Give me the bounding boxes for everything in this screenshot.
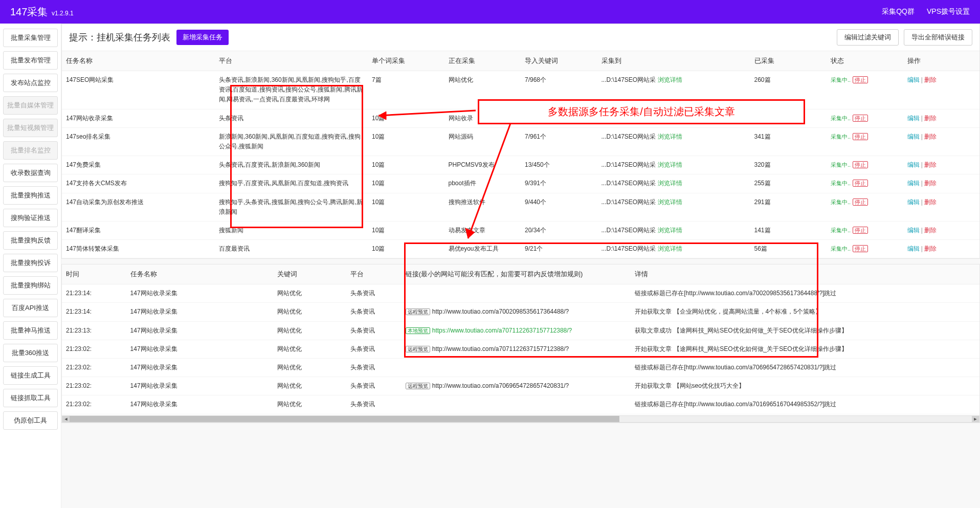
delete-link[interactable]: 删除 [924, 227, 937, 234]
stop-button[interactable]: 停止 [853, 133, 868, 140]
sidebar-item-14[interactable]: 批量360推送 [3, 344, 58, 362]
log-row[interactable]: 21:23:02:147网站收录采集网站优化头条资讯链接或标题已存在[http:… [62, 359, 979, 377]
cell-dest: ...D:\147SEO网站采 浏览详情 [597, 156, 750, 174]
detail-link[interactable]: 浏览详情 [656, 133, 682, 140]
edit-link[interactable]: 编辑 [907, 198, 920, 206]
log-row[interactable]: 21:23:14:147网站收录采集网站优化头条资讯链接或标题已存在[http:… [62, 284, 979, 303]
table-row[interactable]: 147自动采集为原创发布推送搜狗知乎,头条资讯,搜狐新闻,搜狗公众号,腾讯新闻,… [62, 193, 979, 221]
cell-per-word: 10篇 [368, 221, 444, 239]
table-row[interactable]: 147免费采集头条资讯,百度资讯,新浪新闻,360新闻10篇PHPCMSV9发布… [62, 156, 979, 174]
filter-keywords-button[interactable]: 编辑过滤关键词 [837, 29, 899, 46]
detail-link[interactable]: 浏览详情 [656, 161, 682, 168]
sidebar-item-1[interactable]: 批量发布管理 [3, 51, 58, 70]
log-row[interactable]: 21:23:02:147网站收录采集网站优化头条资讯链接或标题已存在[http:… [62, 395, 979, 414]
separator: | [920, 198, 925, 206]
cell-platform: 搜狐新闻 [215, 221, 368, 239]
export-errors-button[interactable]: 导出全部错误链接 [904, 29, 972, 46]
cell-task: 147网站收录采集 [126, 377, 273, 395]
sidebar-item-11[interactable]: 批量搜狗绑站 [3, 276, 58, 295]
table-row[interactable]: 147SEO网站采集头条资讯,新浪新闻,360新闻,凤凰新闻,搜狗知乎,百度资讯… [62, 71, 979, 109]
detail-link[interactable]: 浏览详情 [656, 198, 682, 206]
edit-link[interactable]: 编辑 [907, 161, 920, 168]
delete-link[interactable]: 删除 [924, 161, 937, 168]
cell-collected: 141篇 [750, 221, 827, 239]
sidebar-item-8[interactable]: 搜狗验证推送 [3, 209, 58, 227]
delete-link[interactable]: 删除 [924, 180, 937, 187]
sidebar-item-7[interactable]: 批量搜狗推送 [3, 186, 58, 205]
sidebar-item-12[interactable]: 百度API推送 [3, 299, 58, 317]
delete-link[interactable]: 删除 [924, 133, 937, 140]
sidebar-item-15[interactable]: 链接生成工具 [3, 366, 58, 385]
stop-button[interactable]: 停止 [853, 76, 868, 83]
detail-link[interactable]: 浏览详情 [656, 76, 682, 83]
detail-link[interactable]: 浏览详情 [656, 180, 682, 187]
cell-platform: 头条资讯 [346, 340, 402, 358]
scroll-right-arrow[interactable]: ► [972, 416, 979, 422]
sidebar-item-2[interactable]: 发布站点监控 [3, 74, 58, 92]
local-preview-button[interactable]: 本地预览 [406, 327, 430, 334]
cell-platform: 头条资讯 [346, 359, 402, 377]
stop-button[interactable]: 停止 [853, 227, 868, 234]
log-row[interactable]: 21:23:13:147网站收录采集网站优化头条资讯本地预览https://ww… [62, 321, 979, 340]
link-url[interactable]: http://www.toutiao.com/a7069654728657420… [432, 382, 569, 389]
edit-link[interactable]: 编辑 [907, 133, 920, 140]
sidebar-item-16[interactable]: 链接抓取工具 [3, 389, 58, 407]
detail-link[interactable]: 浏览详情 [656, 227, 682, 234]
tasks-col-header: 已采集 [750, 51, 827, 71]
edit-link[interactable]: 编辑 [907, 180, 920, 187]
delete-link[interactable]: 删除 [924, 115, 937, 122]
stop-button[interactable]: 停止 [853, 161, 868, 168]
sidebar-item-17[interactable]: 伪原创工具 [3, 411, 58, 430]
table-row[interactable]: 147翻译采集搜狐新闻10篇动易发布文章20/34个...D:\147SEO网站… [62, 221, 979, 239]
cell-link [402, 359, 631, 377]
delete-link[interactable]: 删除 [924, 245, 937, 252]
remote-preview-button[interactable]: 远程预览 [406, 308, 430, 315]
table-row[interactable]: 147支持各大CMS发布搜狗知乎,百度资讯,凤凰新闻,百度知道,搜狗资讯10篇p… [62, 174, 979, 193]
link-url[interactable]: http://www.toutiao.com/a7002098535617364… [432, 308, 569, 315]
stop-button[interactable]: 停止 [853, 198, 868, 206]
table-row[interactable]: 147seo排名采集新浪新闻,360新闻,凤凰新闻,百度知道,搜狗资讯,搜狗公众… [62, 127, 979, 156]
stop-button[interactable]: 停止 [853, 180, 868, 187]
log-row[interactable]: 21:23:02:147网站收录采集网站优化头条资讯远程预览http://www… [62, 340, 979, 358]
edit-link[interactable]: 编辑 [907, 76, 920, 83]
log-row[interactable]: 21:23:02:147网站收录采集网站优化头条资讯远程预览http://www… [62, 377, 979, 395]
cell-per-word: 10篇 [368, 109, 444, 127]
edit-link[interactable]: 编辑 [907, 245, 920, 252]
cell-time: 21:23:02: [62, 359, 126, 377]
sidebar-item-9[interactable]: 批量搜狗反馈 [3, 231, 58, 250]
sidebar-item-13[interactable]: 批量神马推送 [3, 321, 58, 340]
delete-link[interactable]: 删除 [924, 198, 937, 206]
nav-qq-group[interactable]: 采集QQ群 [882, 7, 915, 16]
separator: | [920, 180, 925, 187]
log-row[interactable]: 21:23:14:147网站收录采集网站优化头条资讯远程预览http://www… [62, 303, 979, 321]
remote-preview-button[interactable]: 远程预览 [406, 383, 430, 389]
link-url[interactable]: https://www.toutiao.com/a707112263715771… [432, 327, 572, 334]
scroll-left-arrow[interactable]: ◄ [62, 416, 70, 422]
sidebar-item-10[interactable]: 批量搜狗投诉 [3, 254, 58, 272]
edit-link[interactable]: 编辑 [907, 227, 920, 234]
stop-button[interactable]: 停止 [853, 245, 868, 252]
table-row[interactable]: 147简体转繁体采集百度最资讯10篇易优eyou发布工具9/21个...D:\1… [62, 240, 979, 258]
remote-preview-button[interactable]: 远程预览 [406, 346, 430, 352]
scroll-thumb[interactable] [70, 416, 619, 422]
cell-platform: 搜狗知乎,头条资讯,搜狐新闻,搜狗公众号,腾讯新闻,新浪新闻 [215, 193, 368, 221]
link-url[interactable]: http://www.toutiao.com/a7071122637157712… [432, 345, 569, 352]
sidebar-item-0[interactable]: 批量采集管理 [3, 29, 58, 47]
stop-button[interactable]: 停止 [853, 115, 868, 122]
edit-link[interactable]: 编辑 [907, 115, 920, 122]
new-task-button[interactable]: 新增采集任务 [176, 30, 229, 45]
nav-vps-settings[interactable]: VPS拨号设置 [927, 7, 970, 16]
detail-link[interactable]: 浏览详情 [656, 115, 682, 122]
tasks-col-header: 正在采集 [444, 51, 521, 71]
logs-table: 时间任务名称关键词平台链接(最小的网站可能没有匹配，如需要可群内反馈增加规则)详… [62, 264, 979, 414]
sidebar-item-6[interactable]: 收录数据查询 [3, 164, 58, 182]
cell-keyword: 网站优化 [273, 377, 347, 395]
cell-keywords: 7/961个 [521, 127, 597, 156]
cell-dest: ...D:\147SEO网站采 浏览详情 [597, 109, 750, 127]
horizontal-scrollbar[interactable]: ◄ ► [62, 415, 979, 423]
tasks-col-header: 状态 [827, 51, 903, 71]
table-row[interactable]: 147网站收录采集头条资讯10篇网站收录2/5个...D:\147SEO网站采 … [62, 109, 979, 127]
delete-link[interactable]: 删除 [924, 76, 937, 83]
tasks-col-header: 平台 [215, 51, 368, 71]
detail-link[interactable]: 浏览详情 [656, 245, 682, 252]
